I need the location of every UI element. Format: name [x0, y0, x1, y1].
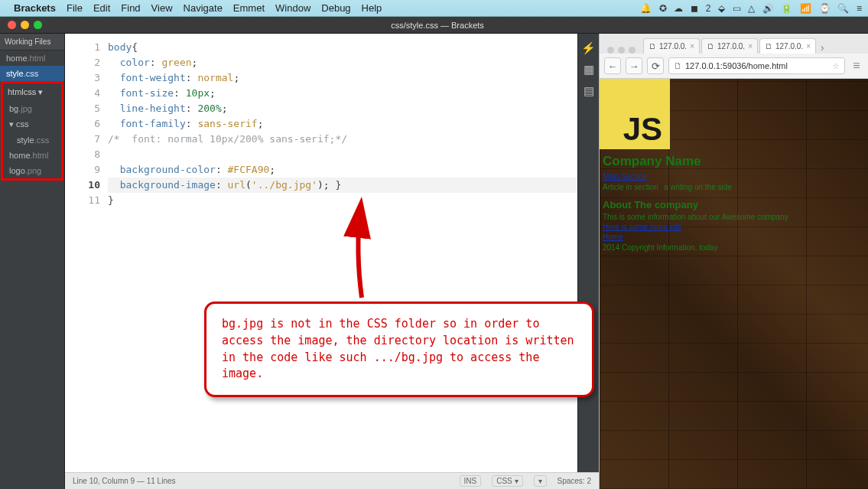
page-icon: 🗋: [674, 61, 682, 70]
page-link-3[interactable]: Home: [603, 233, 868, 241]
js-logo: JS: [600, 79, 670, 149]
code-line[interactable]: font-size: 10px;: [108, 86, 577, 101]
split-icon[interactable]: ▤: [584, 84, 594, 98]
browser-tab-row: 🗋127.0.0.×🗋127.0.0.×🗋127.0.0.× ›: [600, 34, 868, 54]
menu-find[interactable]: Find: [121, 2, 140, 14]
page-text-4: 2014 Copyright Information. today: [603, 243, 718, 252]
page-subheading: About The company: [603, 199, 868, 210]
code-line[interactable]: color: green;: [108, 55, 577, 70]
display-icon[interactable]: ▭: [733, 3, 741, 14]
forward-button[interactable]: →: [626, 57, 642, 74]
address-bar[interactable]: 🗋 127.0.0.1:59036/home.html ☆: [668, 57, 845, 74]
code-line[interactable]: background-image: url('../bg.jpg'); }: [108, 178, 577, 193]
browser-max-icon[interactable]: [629, 47, 636, 54]
page-link-2[interactable]: Here is some more info: [603, 223, 868, 231]
paw-icon[interactable]: ✪: [659, 3, 667, 14]
line-gutter: 1234567891011: [65, 34, 108, 472]
annotation-text: bg.jpg is not in the CSS folder so in or…: [222, 317, 574, 380]
menu-view[interactable]: View: [151, 2, 173, 14]
extensions-icon[interactable]: ▦: [584, 63, 594, 77]
mac-menubar: Brackets File Edit Find View Navigate Em…: [0, 0, 868, 17]
code-line[interactable]: line-height: 200%;: [108, 101, 577, 116]
code-line[interactable]: background-color: #FCFA90;: [108, 162, 577, 178]
sidebar: Working Files home.htmlstyle.css htmlcss…: [0, 34, 65, 489]
tree-file[interactable]: logo.png: [3, 163, 61, 178]
menu-navigate[interactable]: Navigate: [184, 2, 223, 14]
page-link-1[interactable]: Main Section: [603, 172, 868, 181]
adobe-icon[interactable]: ◼: [691, 3, 698, 14]
wifi-icon[interactable]: 📶: [800, 3, 811, 14]
menu-window[interactable]: Window: [275, 2, 310, 14]
code-line[interactable]: [108, 147, 577, 162]
menu-emmet[interactable]: Emmet: [233, 2, 265, 14]
working-files-header: Working Files: [0, 34, 64, 51]
annotation-callout: bg.jpg is not in the CSS folder so in or…: [204, 302, 594, 397]
insert-mode[interactable]: INS: [460, 475, 482, 487]
volume-icon[interactable]: 🔊: [762, 3, 774, 14]
working-file[interactable]: home.html: [0, 51, 64, 66]
browser-tab[interactable]: 🗋127.0.0.×: [701, 38, 758, 54]
reload-button[interactable]: ⟳: [647, 57, 664, 74]
browser-tab[interactable]: 🗋127.0.0.×: [643, 38, 700, 54]
project-name[interactable]: htmlcss ▾: [3, 83, 61, 101]
page-text-3: This is some information about our Aweso…: [603, 213, 788, 221]
menu-debug[interactable]: Debug: [321, 2, 350, 14]
new-tab-icon[interactable]: ›: [821, 41, 824, 54]
code-line[interactable]: }: [108, 193, 577, 208]
close-tab-icon[interactable]: ×: [690, 42, 694, 51]
browser-min-icon[interactable]: [618, 47, 625, 54]
tree-folder[interactable]: ▾ css: [3, 116, 61, 132]
live-preview-browser: 🗋127.0.0.×🗋127.0.0.×🗋127.0.0.× › ← → ⟳ 🗋…: [599, 34, 868, 489]
indent-setting[interactable]: Spaces: 2: [558, 477, 591, 485]
language-mode[interactable]: CSS ▾: [492, 475, 522, 487]
num-icon[interactable]: 2: [706, 3, 711, 14]
bell-icon[interactable]: 🔔: [640, 3, 652, 14]
close-tab-icon[interactable]: ×: [748, 42, 753, 51]
cursor-status: Line 10, Column 9 — 11 Lines: [73, 477, 449, 485]
code-line[interactable]: body{: [108, 40, 577, 55]
gdrive-icon[interactable]: △: [748, 3, 755, 14]
extension-rail: ⚡ ▦ ▤: [577, 34, 599, 472]
menu-edit[interactable]: Edit: [93, 2, 110, 14]
tree-file[interactable]: home.html: [3, 148, 61, 163]
code-editor[interactable]: body{ color: green; font-weight: normal;…: [108, 34, 577, 472]
page-text-2: a writing on the side: [664, 183, 732, 191]
file-tree-highlight: htmlcss ▾ bg.jpg▾ cssstyle.csshome.htmll…: [1, 81, 63, 181]
bookmark-icon[interactable]: ☆: [832, 61, 840, 71]
dropdown-indicator[interactable]: ▾: [534, 475, 547, 487]
tree-file[interactable]: bg.jpg: [3, 101, 61, 116]
search-icon[interactable]: 🔍: [837, 3, 849, 14]
close-tab-icon[interactable]: ×: [806, 42, 811, 51]
browser-close-icon[interactable]: [607, 47, 614, 54]
back-button[interactable]: ←: [604, 57, 621, 74]
menu-file[interactable]: File: [67, 2, 83, 14]
browser-tab[interactable]: 🗋127.0.0.×: [759, 38, 816, 54]
annotation-arrow: [351, 206, 369, 298]
tree-file[interactable]: style.css: [3, 132, 61, 148]
list-icon[interactable]: ≡: [857, 3, 862, 14]
status-bar: Line 10, Column 9 — 11 Lines INS CSS ▾ ▾…: [65, 472, 599, 489]
page-heading: Company Name: [603, 154, 868, 169]
window-title: css/style.css — Brackets: [7, 21, 868, 30]
window-titlebar: css/style.css — Brackets: [0, 17, 868, 34]
menu-help[interactable]: Help: [362, 2, 382, 14]
code-line[interactable]: /* font: normal 10px/200% sans-serif;*/: [108, 132, 577, 147]
cloud-icon[interactable]: ☁: [674, 3, 683, 14]
live-preview-icon[interactable]: ⚡: [581, 41, 596, 55]
system-tray: 🔔 ✪ ☁ ◼ 2 ⬙ ▭ △ 🔊 🔋 📶 ⌚ 🔍 ≡: [636, 2, 862, 14]
code-line[interactable]: font-family: sans-serif;: [108, 116, 577, 132]
url-text: 127.0.0.1:59036/home.html: [685, 61, 788, 70]
page-text-1: Article in section: [603, 183, 658, 191]
code-line[interactable]: font-weight: normal;: [108, 70, 577, 86]
time-icon[interactable]: ⌚: [819, 3, 831, 14]
app-name[interactable]: Brackets: [14, 2, 56, 14]
dropbox-icon[interactable]: ⬙: [718, 3, 725, 14]
browser-menu-icon[interactable]: ≡: [850, 59, 863, 73]
working-file[interactable]: style.css: [0, 66, 64, 81]
battery-icon[interactable]: 🔋: [781, 3, 792, 14]
